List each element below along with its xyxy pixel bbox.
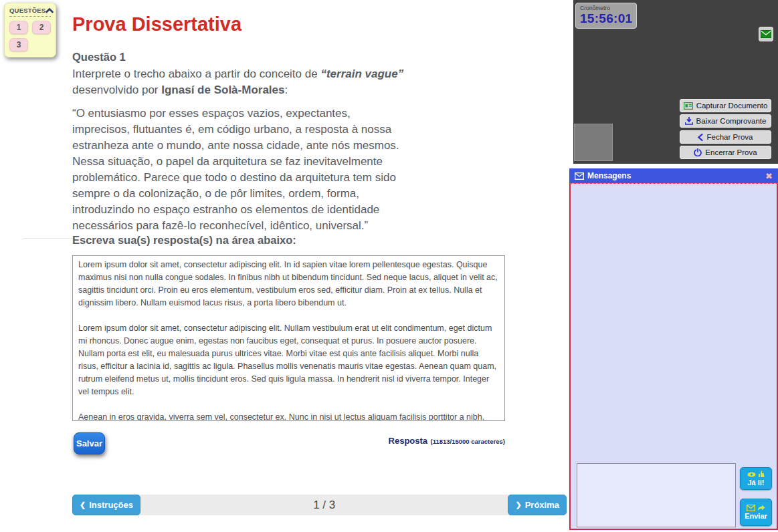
capture-document-button[interactable]: Capturar Documento [680,99,771,112]
timer-value: 15:56:01 [580,11,632,26]
messages-body: Já li! Enviar [569,183,778,530]
messages-panel: Mensagens ✖ Já li! [569,168,778,530]
answer-instruction: Escreva sua(s) resposta(s) na área abaix… [72,234,296,247]
char-counter-label: Resposta [389,436,428,446]
timer-label: Cronômetro [580,5,632,11]
end-exam-label: Encerrar Prova [705,148,757,156]
pagination-bar: ❮ Instruções 1 / 3 ❯ Próxima [72,495,567,515]
capture-document-label: Capturar Documento [696,102,768,110]
chevron-right-icon: ❯ [515,501,521,509]
instructions-button-label: Instruções [89,500,133,510]
char-counter: Resposta (11813/15000 caracteres) [72,434,505,446]
chevron-left-icon [698,134,703,141]
page-indicator: 1 / 3 [313,499,335,512]
envelope-icon [761,30,771,38]
webcam-placeholder [574,124,613,161]
mail-button[interactable] [759,27,773,41]
mark-read-label: Já li! [747,479,764,487]
chevron-left-icon: ❮ [80,501,86,509]
download-icon [685,117,693,125]
char-counter-detail: (11813/15000 caracteres) [431,438,505,445]
prompt-text: : [285,84,288,96]
close-icon[interactable]: ✖ [765,171,773,181]
question-label: Questão 1 [72,51,126,63]
timer-box: Cronômetro 15:56:01 [575,3,637,29]
page-title: Prova Dissertativa [72,13,241,35]
divider [23,238,73,239]
download-receipt-button[interactable]: Baixar Comprovante [680,114,771,128]
next-button-label: Próxima [525,500,559,510]
answer-textarea[interactable]: Lorem ipsum dolor sit amet, consectetur … [72,255,505,421]
forward-arrow-icon [757,505,765,511]
prompt-term: “terrain vague” [320,68,403,80]
end-exam-button[interactable]: Encerrar Prova [680,146,771,159]
send-button[interactable]: Enviar [740,499,772,526]
messages-title: Mensagens [587,171,631,180]
prompt-author: Ignasí de Solà-Morales [161,84,284,96]
question-prompt: Interprete o trecho abaixo a partir do c… [72,66,407,98]
id-card-icon [684,102,693,110]
question-nav-3[interactable]: 3 [9,38,28,51]
eye-icon [747,472,756,477]
next-button[interactable]: ❯ Próxima [508,495,567,515]
close-exam-button[interactable]: Fechar Prova [680,130,771,144]
quote-text: “O entusiasmo por esses espaços vazios, … [72,106,407,234]
messages-header: Mensagens ✖ [569,168,778,183]
send-label: Enviar [745,512,767,520]
messages-list [571,184,777,458]
chevron-up-icon[interactable] [45,7,54,13]
download-receipt-label: Baixar Comprovante [696,117,767,125]
close-exam-label: Fechar Prova [706,133,753,141]
thumbs-up-icon [758,471,765,478]
prompt-text: Interprete o trecho abaixo a partir do c… [72,68,320,80]
question-nav-2[interactable]: 2 [32,21,51,34]
questions-panel: QUESTÕES 1 2 3 [4,3,56,57]
mark-read-button[interactable]: Já li! [740,467,772,490]
prompt-text: desenvolvido por [72,84,161,96]
question-nav-1[interactable]: 1 [9,21,28,34]
envelope-icon [747,505,755,511]
questions-panel-title: QUESTÕES [9,7,45,14]
envelope-outline-icon [575,172,584,180]
proctor-panel: Cronômetro 15:56:01 Capturar Documento B… [573,0,778,164]
power-icon [694,148,702,156]
message-input[interactable] [577,463,736,527]
instructions-button[interactable]: ❮ Instruções [72,495,140,515]
questions-panel-header[interactable]: QUESTÕES [9,7,51,17]
